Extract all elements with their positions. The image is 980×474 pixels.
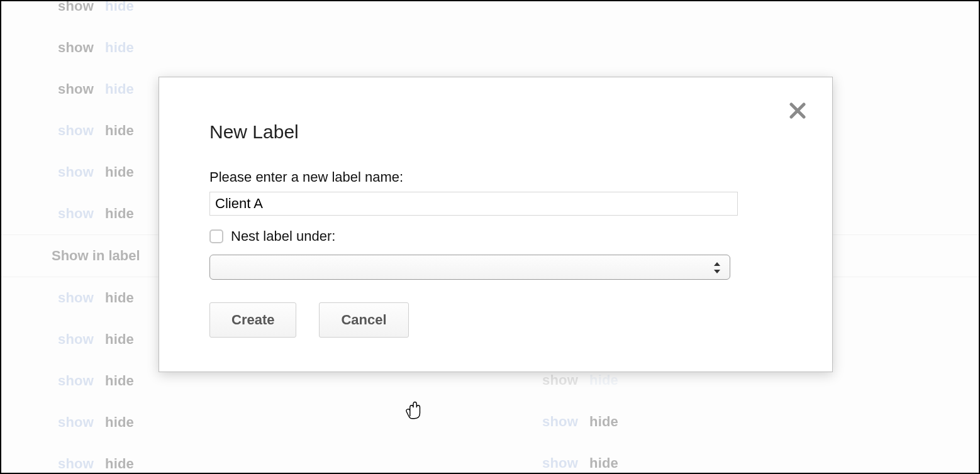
parent-label-select[interactable] <box>209 255 730 280</box>
nest-label-checkbox[interactable] <box>209 229 223 243</box>
label-name-prompt: Please enter a new label name: <box>209 169 782 185</box>
close-icon[interactable] <box>788 101 807 120</box>
create-button[interactable]: Create <box>209 302 296 338</box>
chevron-up-down-icon <box>712 259 722 277</box>
nest-label-text: Nest label under: <box>231 228 335 245</box>
cancel-button[interactable]: Cancel <box>319 302 408 338</box>
label-name-input[interactable] <box>209 192 738 216</box>
dialog-title: New Label <box>209 121 782 143</box>
new-label-dialog: New Label Please enter a new label name:… <box>159 77 833 372</box>
